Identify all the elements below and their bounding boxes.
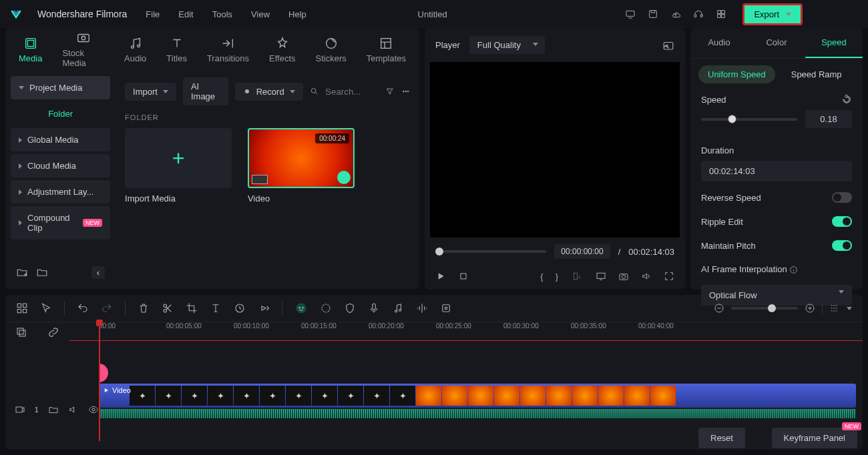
scrub-slider[interactable] [435, 250, 546, 253]
import-button[interactable]: Import [125, 83, 176, 101]
sidebar-cloud-media[interactable]: Cloud Media [11, 154, 110, 177]
redo-icon[interactable] [101, 302, 113, 314]
stop-icon[interactable] [458, 271, 469, 282]
grid-icon[interactable] [716, 9, 726, 19]
zoom-out-icon[interactable] [714, 303, 724, 314]
link-icon[interactable] [47, 326, 59, 338]
reverse-speed-toggle[interactable] [832, 192, 852, 203]
tab-templates[interactable]: Templates [367, 36, 406, 63]
video-clip-card[interactable]: 00:00:24 Video [248, 128, 355, 203]
menu-edit[interactable]: Edit [178, 9, 193, 19]
audio-clip[interactable] [99, 409, 856, 418]
search-icon[interactable] [310, 86, 318, 97]
svg-rect-33 [17, 310, 21, 313]
keyframe-panel-button[interactable]: Keyframe Panel NEW [772, 428, 858, 448]
undo-icon[interactable] [77, 302, 89, 314]
bracket-close-icon[interactable]: } [556, 272, 558, 282]
delete-icon[interactable] [138, 302, 150, 314]
timeline-ruler[interactable]: 00:00 00:00:05:00 00:00:10:00 00:00:15:0… [69, 322, 863, 341]
bracket-open-icon[interactable]: { [540, 272, 543, 282]
sidebar-compound-clip[interactable]: Compound ClipNEW [11, 206, 110, 240]
maintain-pitch-toggle[interactable] [832, 240, 852, 251]
headset-icon[interactable] [693, 9, 704, 19]
split-icon[interactable] [162, 302, 174, 314]
folder-track-icon[interactable] [48, 404, 59, 415]
zoom-in-icon[interactable] [805, 303, 815, 314]
shield-icon[interactable] [344, 302, 356, 314]
snapshot-icon[interactable] [662, 39, 674, 51]
ripple-edit-toggle[interactable] [832, 216, 852, 227]
new-folder-icon[interactable] [16, 266, 28, 278]
playhead[interactable] [99, 322, 100, 441]
tab-titles[interactable]: Titles [166, 36, 187, 63]
volume-icon[interactable] [641, 271, 652, 282]
marker-icon[interactable] [99, 364, 108, 382]
aspect-icon[interactable] [570, 271, 584, 282]
speed-slider[interactable] [701, 118, 797, 121]
video-track-icon[interactable] [15, 404, 25, 415]
color-wheel-icon[interactable] [320, 302, 332, 314]
search-input[interactable] [325, 87, 372, 97]
mic-icon[interactable] [368, 302, 380, 314]
visibility-icon[interactable] [88, 404, 99, 415]
sidebar-global-media[interactable]: Global Media [11, 128, 110, 151]
info-icon[interactable] [789, 266, 798, 274]
export-button[interactable]: Export [742, 3, 803, 25]
fullscreen-icon[interactable] [664, 271, 674, 282]
svg-rect-34 [23, 310, 27, 313]
collapse-sidebar-button[interactable]: ‹ [91, 266, 105, 279]
mute-icon[interactable] [68, 404, 79, 415]
duration-input[interactable]: 00:02:14:03 [701, 161, 852, 181]
crop-icon[interactable] [186, 302, 198, 314]
display-icon[interactable] [596, 271, 606, 282]
subtab-speed-ramp[interactable]: Speed Ramp [782, 65, 851, 83]
sidebar-adjustment-layer[interactable]: Adjustment Lay... [11, 180, 110, 203]
tab-effects[interactable]: Effects [269, 36, 296, 63]
speed-tool-icon[interactable] [234, 302, 246, 314]
tab-transitions[interactable]: Transitions [207, 36, 249, 63]
tab-stock-media[interactable]: Stock Media [62, 31, 104, 68]
play-icon[interactable] [435, 271, 446, 282]
ai-image-button[interactable]: AI Image [183, 77, 228, 105]
cursor-icon[interactable] [40, 302, 52, 314]
cloud-icon[interactable] [670, 9, 681, 19]
svg-rect-25 [461, 274, 466, 279]
folder-icon[interactable] [36, 266, 48, 278]
music-note-icon[interactable] [392, 302, 404, 314]
tab-audio[interactable]: Audio [124, 36, 146, 63]
text-icon[interactable] [210, 302, 222, 314]
auto-beat-icon[interactable] [416, 302, 428, 314]
tab-media[interactable]: Media [19, 36, 42, 63]
subtab-uniform-speed[interactable]: Uniform Speed [698, 65, 775, 83]
svg-rect-3 [701, 15, 703, 17]
ai-assistant-icon[interactable] [294, 302, 308, 315]
tab-speed[interactable]: Speed [805, 28, 863, 58]
more-tools-icon[interactable] [258, 302, 270, 314]
sidebar-project-media[interactable]: Project Media [11, 76, 110, 99]
track-size-icon[interactable] [829, 303, 840, 314]
zoom-slider[interactable] [731, 307, 798, 310]
marker-icon[interactable] [440, 302, 452, 314]
sidebar-folder[interactable]: Folder [11, 102, 110, 125]
reset-icon[interactable] [841, 94, 852, 105]
tab-audio[interactable]: Audio [690, 28, 748, 58]
import-media-card[interactable]: + Import Media [125, 128, 232, 203]
menu-tools[interactable]: Tools [212, 9, 232, 19]
monitor-icon[interactable] [625, 9, 636, 19]
menu-file[interactable]: File [146, 9, 160, 19]
tab-stickers[interactable]: Stickers [316, 36, 347, 63]
more-icon[interactable] [401, 86, 410, 97]
tab-color[interactable]: Color [748, 28, 805, 58]
chevron-down-icon[interactable] [847, 307, 852, 310]
camera-icon[interactable] [618, 271, 629, 282]
timeline-dup-icon[interactable] [15, 326, 27, 338]
layout-icon[interactable] [16, 302, 28, 314]
quality-select[interactable]: Full Quality [469, 36, 545, 54]
record-button[interactable]: Record [235, 83, 303, 101]
preview-viewport[interactable] [430, 62, 680, 238]
video-clip[interactable]: Video ✦✦✦✦✦✦✦✦✦✦✦ [99, 384, 856, 408]
reset-button[interactable]: Reset [698, 428, 745, 448]
filter-icon[interactable] [385, 86, 394, 97]
speed-value[interactable]: 0.18 [805, 110, 852, 128]
save-icon[interactable] [648, 9, 658, 19]
